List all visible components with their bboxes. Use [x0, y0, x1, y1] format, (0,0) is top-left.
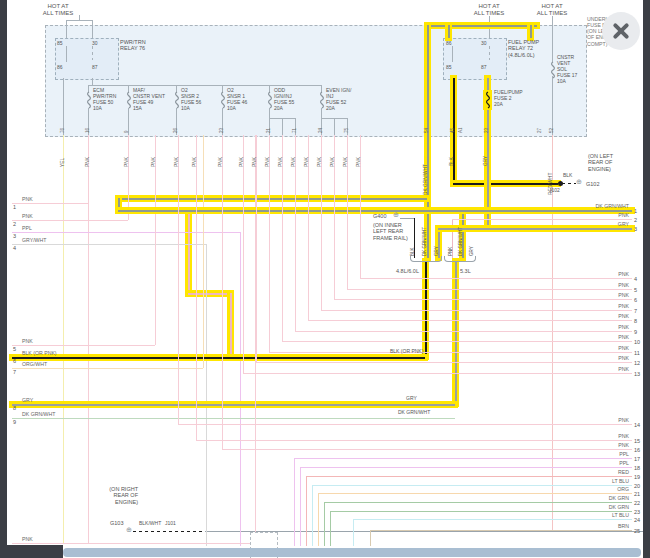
wire-vertical-right-24 [353, 519, 354, 546]
wire-segment-6 [63, 78, 64, 135]
wire-segment-45 [188, 210, 190, 293]
right-pin-number-17: 17 [634, 456, 640, 462]
fuse-symbol-1 [124, 92, 134, 108]
wire-right-pin-11 [269, 352, 632, 353]
right-pin-number-3: 3 [634, 226, 637, 232]
diagram-label-4: FUEL PUMP RELAY 72 (4.8L/6.0L) [508, 39, 539, 58]
diagram-label-57: PNK [356, 157, 362, 167]
diagram-label-8: 87 [92, 65, 98, 71]
horizontal-scrollbar[interactable] [63, 548, 641, 557]
wire-segment-28 [92, 46, 93, 60]
window-left-edge [0, 0, 7, 558]
right-pin-number-23: 23 [634, 509, 640, 515]
wire-vertical-left-4 [206, 244, 207, 546]
fuse-symbol-7 [548, 62, 558, 78]
right-pin-label-25: BRN [569, 523, 629, 529]
wire-segment-8 [88, 85, 322, 86]
right-pin-number-11: 11 [634, 350, 640, 356]
diagram-label-61: RED/WHT [548, 173, 554, 195]
diagram-label-17: ODD IGN/INJ FUSE 55 20A [274, 88, 294, 112]
wire-right-pin-13 [243, 373, 632, 374]
wire-left-pin-5 [12, 345, 155, 346]
diagram-label-28: G102 [586, 181, 599, 187]
diagram-label-54: PNK [317, 157, 323, 167]
right-pin-label-15: PNK [569, 433, 629, 439]
wire-right-pin-15 [196, 440, 632, 441]
right-pin-label-7: PNK [569, 303, 629, 309]
wire-vertical-right-17 [294, 458, 295, 546]
diagram-label-20: CNSTR VENT SOL FUSE 17 10A [557, 55, 577, 85]
wire-right-pin-3 [438, 228, 632, 230]
diagram-label-50: PNK [265, 157, 271, 167]
diagram-label-70: 9 [124, 130, 129, 133]
diagram-label-2: HOT AT ALL TIMES [524, 3, 580, 17]
left-pin-number-2: 2 [13, 221, 16, 227]
left-pin-label-5: PNK [22, 338, 33, 344]
wire-vertical-right-14 [178, 135, 179, 424]
diagram-label-7: 86 [57, 65, 63, 71]
left-pin-number-5: 5 [13, 346, 16, 352]
diagram-label-82: 52 [549, 128, 554, 133]
wire-right-pin-4 [360, 278, 632, 279]
left-pin-label-1: PNK [22, 196, 33, 202]
diagram-label-59: BLK [449, 157, 455, 166]
diagram-label-64: GRY [434, 246, 439, 256]
right-pin-label-8: PNK [569, 313, 629, 319]
diagram-label-38: GRY [406, 396, 417, 402]
diagram-label-1: HOT AT ALL TIMES [461, 3, 517, 17]
wire-segment-56 [133, 531, 205, 532]
wire-segment-46 [188, 293, 230, 295]
right-pin-number-15: 15 [634, 438, 640, 444]
diagram-label-71: 26 [173, 128, 178, 133]
diagram-label-14: MAF/ CNSTR VENT FUSE 49 15A [133, 88, 165, 112]
diagram-label-35: 4.8L/6.0L [396, 268, 419, 274]
wire-right-pin-8 [308, 320, 632, 321]
right-pin-number-12: 12 [634, 360, 640, 366]
diagram-label-25: BLK [563, 173, 572, 179]
right-pin-number-16: 16 [634, 447, 640, 453]
diagram-label-15: O2 SNSR 2 FUSE 56 10A [181, 88, 201, 112]
diagram-label-5: 85 [57, 41, 63, 47]
wire-right-pin-9 [295, 331, 632, 332]
fuse-symbol-0 [84, 92, 94, 108]
diagram-label-66: DK GRN/WHT [458, 227, 463, 256]
right-pin-number-13: 13 [634, 371, 640, 377]
wire-left-pin-1 [12, 203, 88, 204]
diagram-label-53: PNK [304, 157, 310, 167]
wire-segment-54 [455, 261, 457, 404]
diagram-label-44: PNK [151, 157, 157, 167]
right-pin-label-6: PNK [569, 292, 629, 298]
pwrtrn-relay-box [55, 38, 119, 80]
wire-right-pin-7 [321, 310, 632, 311]
wire-vertical-right-18 [300, 467, 301, 546]
diagram-label-67: GRY [469, 246, 474, 256]
diagram-label-72: 23 [219, 128, 224, 133]
wire-right-pin-10 [282, 341, 632, 342]
wire-left-pin-7 [12, 368, 203, 369]
diagram-label-6: 30 [92, 41, 98, 47]
left-pin-number-6: 6 [13, 358, 16, 364]
fuse-symbol-4 [265, 92, 275, 108]
diagram-label-62: BLK [410, 247, 415, 256]
right-pin-label-2: PNK [569, 212, 629, 218]
wire-vertical-right-13 [243, 135, 244, 373]
wire-segment-5 [552, 16, 553, 62]
diagram-label-39: DK GRN/WHT [398, 410, 430, 416]
diagram-label-10: 30 [481, 41, 487, 47]
wire-vertical-right-21 [318, 493, 319, 546]
left-pin-label-2: PNK [22, 213, 33, 219]
wire-left-pin-3 [12, 232, 240, 233]
wire-segment-35 [400, 218, 414, 219]
right-pin-label-21: ORG [569, 486, 629, 492]
wire-left-pin-10 [12, 543, 255, 544]
left-pin-number-9: 9 [13, 419, 16, 425]
diagram-label-47: PNK [218, 157, 224, 167]
diagram-label-63: DK GRN/WHT [422, 227, 427, 256]
diagram-label-65: PNK [448, 247, 453, 256]
close-button[interactable] [602, 12, 640, 50]
right-pin-label-5: PNK [569, 282, 629, 288]
right-pin-number-19: 19 [634, 474, 640, 480]
wire-left-pin-4 [12, 244, 206, 245]
diagram-label-74: 71 [292, 128, 297, 133]
wire-vertical-right-25 [370, 530, 371, 546]
